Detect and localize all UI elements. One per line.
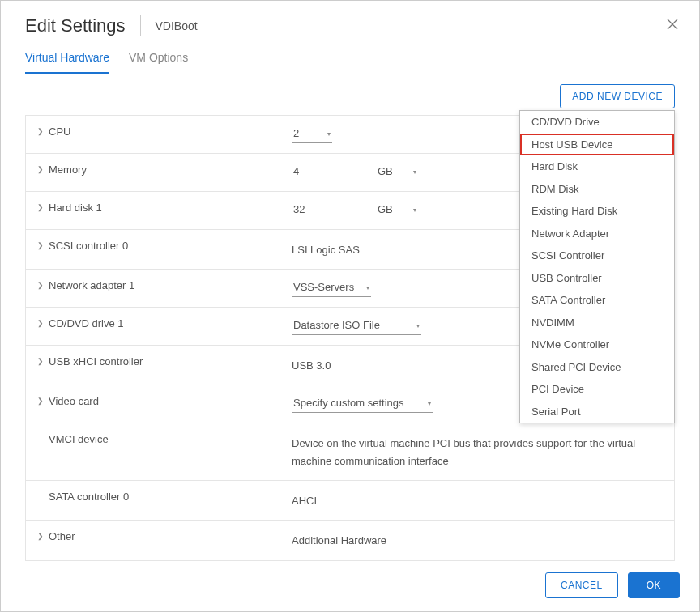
network-select[interactable] — [292, 279, 371, 297]
dropdown-item-network-adapter[interactable]: Network Adapter — [520, 223, 674, 245]
chevron-right-icon[interactable]: ❯ — [37, 281, 49, 289]
dropdown-item-hard-disk[interactable]: Hard Disk — [520, 155, 674, 178]
row-label: CD/DVD drive 1 — [49, 317, 292, 329]
row-label: VMCI device — [49, 433, 292, 445]
chevron-right-icon[interactable]: ❯ — [37, 532, 49, 540]
row-label: CPU — [49, 125, 292, 138]
dropdown-item-cd-dvd-drive[interactable]: CD/DVD Drive — [520, 111, 674, 134]
cancel-button[interactable]: CANCEL — [545, 572, 618, 598]
dropdown-item-pci-device[interactable]: PCI Device — [520, 378, 674, 401]
content-area: ADD NEW DEVICE CD/DVD DriveHost USB Devi… — [1, 74, 699, 571]
row-value: Additional Hardware — [292, 530, 666, 550]
row-label: Hard disk 1 — [49, 202, 292, 214]
memory-input[interactable] — [292, 164, 361, 181]
cddvd-select[interactable] — [292, 317, 421, 335]
row-label: SATA controller 0 — [49, 491, 292, 503]
close-icon[interactable] — [666, 18, 679, 35]
row-label: Network adapter 1 — [49, 279, 292, 291]
memory-unit-select[interactable] — [376, 164, 418, 181]
tab-virtual-hardware[interactable]: Virtual Hardware — [25, 45, 109, 74]
disk-unit-select[interactable] — [376, 202, 418, 219]
dropdown-item-host-usb-device[interactable]: Host USB Device — [520, 134, 674, 156]
row-value: Device on the virtual machine PCI bus th… — [292, 433, 666, 470]
dropdown-item-nvdimm[interactable]: NVDIMM — [520, 312, 674, 334]
tab-bar: Virtual Hardware VM Options — [1, 45, 699, 74]
row-label: SCSI controller 0 — [49, 240, 292, 252]
row-vmci: VMCI device Device on the virtual machin… — [26, 423, 674, 481]
dropdown-item-serial-port[interactable]: Serial Port — [520, 401, 674, 423]
dropdown-item-sata-controller[interactable]: SATA Controller — [520, 289, 674, 312]
dialog-footer: CANCEL OK — [1, 559, 699, 611]
dropdown-item-usb-controller[interactable]: USB Controller — [520, 267, 674, 290]
chevron-right-icon[interactable]: ❯ — [37, 203, 49, 211]
row-sata-controller-0: SATA controller 0 AHCI — [26, 481, 674, 521]
row-value: AHCI — [292, 491, 666, 510]
dialog-header: Edit Settings VDIBoot — [1, 1, 699, 45]
row-label: Other — [49, 530, 292, 542]
dialog-title: Edit Settings — [25, 15, 126, 36]
ok-button[interactable]: OK — [628, 572, 680, 598]
edit-settings-dialog: Edit Settings VDIBoot Virtual Hardware V… — [0, 0, 700, 612]
chevron-right-icon[interactable]: ❯ — [37, 357, 49, 365]
chevron-right-icon[interactable]: ❯ — [37, 127, 49, 135]
video-select[interactable] — [292, 395, 433, 413]
add-new-device-button[interactable]: ADD NEW DEVICE — [560, 84, 675, 108]
dropdown-item-scsi-controller[interactable]: SCSI Controller — [520, 244, 674, 267]
chevron-right-icon[interactable]: ❯ — [37, 165, 49, 173]
chevron-right-icon[interactable]: ❯ — [37, 397, 49, 405]
header-divider — [140, 15, 141, 36]
tab-vm-options[interactable]: VM Options — [129, 45, 188, 74]
row-label: Memory — [49, 164, 292, 176]
row-label: USB xHCI controller — [49, 355, 292, 368]
disk-size-input[interactable] — [292, 202, 361, 219]
row-label: Video card — [49, 395, 292, 407]
vm-name: VDIBoot — [156, 19, 198, 32]
chevron-right-icon[interactable]: ❯ — [37, 241, 49, 249]
dropdown-item-shared-pci-device[interactable]: Shared PCI Device — [520, 356, 674, 379]
chevron-right-icon[interactable]: ❯ — [37, 319, 49, 327]
dropdown-item-rdm-disk[interactable]: RDM Disk — [520, 178, 674, 201]
row-other: ❯ Other Additional Hardware — [26, 521, 674, 560]
dropdown-item-nvme-controller[interactable]: NVMe Controller — [520, 334, 674, 356]
add-device-dropdown: CD/DVD DriveHost USB DeviceHard DiskRDM … — [519, 110, 675, 423]
dropdown-item-existing-hard-disk[interactable]: Existing Hard Disk — [520, 200, 674, 223]
cpu-select[interactable] — [292, 125, 332, 143]
